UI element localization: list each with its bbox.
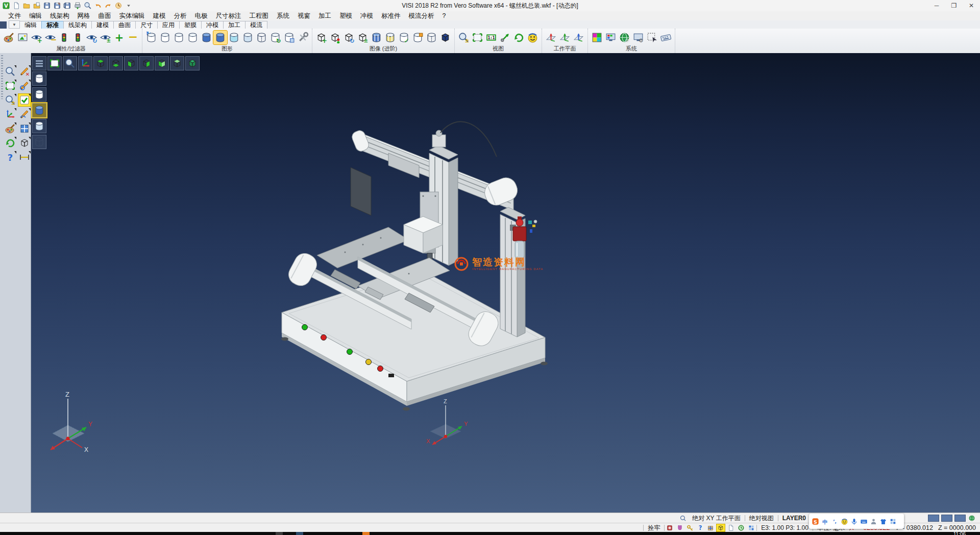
toolbar-tab-加工[interactable]: 加工	[223, 21, 246, 29]
refresh-view-icon[interactable]	[4, 137, 16, 149]
toolbar-tab-编辑[interactable]: 编辑	[19, 21, 42, 29]
monitor-colors-icon[interactable]	[604, 31, 618, 44]
cube-yellow-selected-icon[interactable]	[717, 524, 725, 531]
menu-系统[interactable]: 系统	[273, 11, 293, 21]
snap-red-icon[interactable]	[666, 524, 674, 531]
traffic-light-icon[interactable]	[57, 31, 71, 44]
shade-cube-icon[interactable]	[18, 137, 31, 149]
color-swatch[interactable]	[941, 515, 952, 522]
panes-window-icon[interactable]	[18, 123, 31, 135]
grid-blue-icon[interactable]	[747, 524, 755, 531]
zoom-scale-icon[interactable]: ±	[457, 31, 471, 44]
person-icon[interactable]	[869, 517, 877, 525]
view-indicator[interactable]: 绝对视图	[745, 514, 778, 523]
save-as-floppy-icon[interactable]: ✎	[53, 1, 62, 10]
clock-green-icon[interactable]	[737, 524, 745, 531]
page-white-icon[interactable]	[727, 524, 735, 531]
curve-pencil-icon[interactable]	[18, 108, 31, 120]
cylinder-outline-icon[interactable]	[158, 31, 172, 44]
cylinder-corner-icon[interactable]	[411, 31, 425, 44]
ime-toolbar[interactable]: S中’,	[809, 514, 904, 529]
cylinder-wireframe2-icon[interactable]	[425, 31, 438, 44]
selection-zoom-icon[interactable]	[4, 65, 16, 78]
zh-mode-icon[interactable]: 中	[821, 517, 829, 525]
open-import-doc-icon[interactable]	[32, 1, 41, 10]
save-all-floppy-icon[interactable]	[63, 1, 72, 10]
globe-icon[interactable]	[968, 515, 976, 522]
cube-dark-icon[interactable]	[438, 31, 452, 44]
toolbar-tab-塑膜[interactable]: 塑膜	[179, 21, 202, 29]
magnet-pink-icon[interactable]	[676, 524, 684, 531]
menu-工程图[interactable]: 工程图	[246, 11, 273, 21]
menu-冲模[interactable]: 冲模	[356, 11, 377, 21]
zoom-scale-side-icon[interactable]: ±	[4, 94, 16, 106]
refresh-cylinder-icon[interactable]: ↻	[144, 31, 158, 44]
menu-实体编辑[interactable]: 实体编辑	[115, 11, 149, 21]
eye-plus-icon[interactable]: +	[30, 31, 43, 44]
menu-建模[interactable]: 建模	[149, 11, 170, 21]
arrow-extents-icon[interactable]	[498, 31, 512, 44]
open-folder-icon[interactable]	[22, 1, 31, 10]
menu-线架构[interactable]: 线架构	[46, 11, 74, 21]
monitor-wrench-icon[interactable]: ⚙	[631, 31, 645, 44]
menu-标准件[interactable]: 标准件	[377, 11, 405, 21]
tab-dropdown-arrow[interactable]: ▼	[9, 20, 20, 29]
menu-尺寸标注[interactable]: 尺寸标注	[212, 11, 246, 21]
menu-网格[interactable]: 网格	[74, 11, 94, 21]
render-smiley-icon[interactable]	[526, 31, 540, 44]
cylinder-blue-selected-icon[interactable]	[213, 31, 227, 44]
workplane-indicator[interactable]: 绝对 XY 工作平面	[688, 514, 744, 523]
toolbar-tab-标准[interactable]: 标准	[41, 21, 64, 29]
minimize-button[interactable]: ─	[928, 0, 945, 11]
menu-文件[interactable]: 文件	[4, 11, 25, 21]
layer-indicator[interactable]: LAYER0	[778, 515, 810, 522]
taskbar-app-icon[interactable]	[362, 532, 370, 535]
mic-icon[interactable]	[850, 517, 858, 525]
toolbox-grid-icon[interactable]	[889, 517, 897, 525]
punct-comma-icon[interactable]: ’,	[830, 517, 839, 525]
tools-wrench-icon[interactable]	[296, 31, 310, 44]
visi-logo-icon[interactable]: V	[2, 1, 11, 10]
cylinder-cyan-icon[interactable]	[227, 31, 241, 44]
color-swatch[interactable]	[928, 515, 939, 522]
preview-magnifier-icon[interactable]	[83, 1, 92, 10]
undo-orange-icon[interactable]	[93, 1, 103, 10]
toolbar-tab-尺寸[interactable]: 尺寸	[135, 21, 158, 29]
cube-eye-plus-icon[interactable]: +	[314, 31, 328, 44]
cylinder-blue-icon[interactable]	[200, 31, 213, 44]
sogou-logo-icon[interactable]: S	[811, 517, 819, 525]
question-blue-icon[interactable]: ?	[696, 524, 704, 531]
toolbar-tab-线架构[interactable]: 线架构	[63, 21, 92, 29]
cylinder-outline2-icon[interactable]	[172, 31, 186, 44]
zoom-window-side-icon[interactable]	[4, 80, 16, 92]
toolbar-tab-建模[interactable]: 建模	[91, 21, 114, 29]
print-green-icon[interactable]	[73, 1, 82, 10]
history-orange-icon[interactable]	[114, 1, 123, 10]
color-swatch[interactable]	[954, 515, 966, 522]
cube-traffic-icon[interactable]	[328, 31, 342, 44]
eye-plusminus-icon[interactable]: ±	[99, 31, 112, 44]
image-frame-icon[interactable]	[16, 31, 30, 44]
palette-colors-icon[interactable]	[590, 31, 604, 44]
confirm-check-selected-icon[interactable]	[18, 94, 31, 106]
toolbar-tab-曲面[interactable]: 曲面	[113, 21, 136, 29]
menu-电极[interactable]: 电极	[191, 11, 212, 21]
cylinder-copy-icon[interactable]	[282, 31, 296, 44]
measure-distance-icon[interactable]	[18, 151, 31, 163]
toolbar-tab-应用[interactable]: 应用	[157, 21, 180, 29]
edit-pencil-x-icon[interactable]: ✕	[18, 65, 31, 78]
package-box-icon[interactable]	[706, 524, 715, 531]
taskbar-app-icon3[interactable]	[296, 532, 303, 535]
workplane-green-icon[interactable]	[558, 31, 572, 44]
cylinder-outline3-icon[interactable]	[186, 31, 200, 44]
refresh-green-icon[interactable]	[512, 31, 526, 44]
restore-button[interactable]: ❐	[945, 0, 963, 11]
ucs-axis-icon[interactable]	[4, 108, 16, 120]
menu-模流分析[interactable]: 模流分析	[405, 11, 438, 21]
toolbar-tab-冲模[interactable]: 冲模	[201, 21, 224, 29]
menu-视窗[interactable]: 视窗	[293, 11, 314, 21]
cylinder-check-icon[interactable]: ✓	[397, 31, 411, 44]
cylinder-recycle-icon[interactable]: ↻	[268, 31, 282, 44]
workplane-red-icon[interactable]	[544, 31, 558, 44]
emoji-smiley-icon[interactable]	[840, 517, 848, 525]
